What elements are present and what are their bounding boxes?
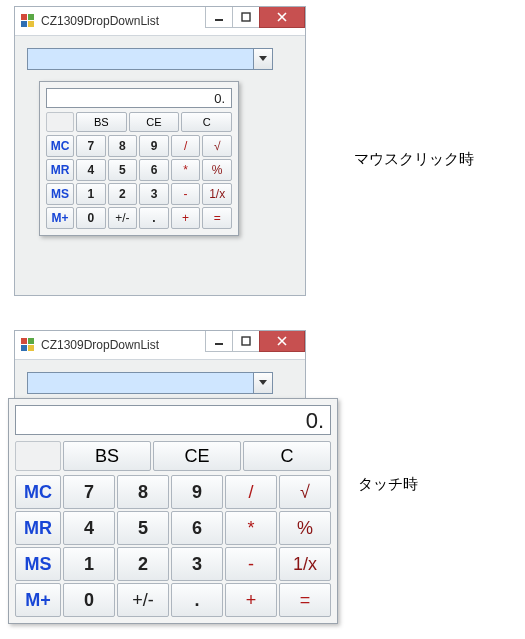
calc-clear-entry-button[interactable]: CE <box>129 112 180 132</box>
calc-sign-button[interactable]: +/- <box>108 207 138 229</box>
calc-equals-button[interactable]: = <box>202 207 232 229</box>
calc-digit-0-button[interactable]: 0 <box>63 583 115 617</box>
svg-rect-5 <box>242 13 250 21</box>
calc-digit-6-button[interactable]: 6 <box>171 511 223 545</box>
svg-rect-7 <box>28 338 34 344</box>
calc-topbar: BSCEC <box>15 441 331 471</box>
calc-digit-2-button[interactable]: 2 <box>108 183 138 205</box>
window-buttons <box>206 331 305 351</box>
calc-digit-4-button[interactable]: 4 <box>76 159 106 181</box>
app-icon <box>21 338 35 352</box>
calc-divide-button[interactable]: / <box>171 135 201 157</box>
calc-topbar: BSCEC <box>46 112 232 132</box>
minimize-button[interactable] <box>205 331 233 352</box>
calc-digit-7-button[interactable]: 7 <box>76 135 106 157</box>
calc-digit-9-button[interactable]: 9 <box>139 135 169 157</box>
calc-digit-6-button[interactable]: 6 <box>139 159 169 181</box>
calc-clear-button[interactable]: C <box>243 441 331 471</box>
maximize-button[interactable] <box>232 331 260 352</box>
calculator-popup-small: 0. BSCEC MC789/√MR456*%MS123-1/xM+0+/-.+… <box>39 81 239 236</box>
calc-keypad: MC789/√MR456*%MS123-1/xM+0+/-.+= <box>46 135 232 229</box>
calc-equals-button[interactable]: = <box>279 583 331 617</box>
calc-mem-store-button[interactable]: MS <box>46 183 74 205</box>
calc-digit-8-button[interactable]: 8 <box>117 475 169 509</box>
window-title: CZ1309DropDownList <box>41 338 206 352</box>
calc-reciprocal-button[interactable]: 1/x <box>279 547 331 581</box>
calc-display: 0. <box>46 88 232 108</box>
calc-mem-add-button[interactable]: M+ <box>46 207 74 229</box>
calc-plus-button[interactable]: + <box>171 207 201 229</box>
calc-digit-1-button[interactable]: 1 <box>76 183 106 205</box>
svg-rect-1 <box>28 14 34 20</box>
svg-rect-11 <box>242 337 250 345</box>
calc-digit-5-button[interactable]: 5 <box>108 159 138 181</box>
calc-percent-button[interactable]: % <box>202 159 232 181</box>
calc-blank-button <box>15 441 61 471</box>
calc-keypad: MC789/√MR456*%MS123-1/xM+0+/-.+= <box>15 475 331 617</box>
maximize-button[interactable] <box>232 7 260 28</box>
calc-reciprocal-button[interactable]: 1/x <box>202 183 232 205</box>
calc-divide-button[interactable]: / <box>225 475 277 509</box>
calc-dot-button[interactable]: . <box>171 583 223 617</box>
titlebar: CZ1309DropDownList <box>15 7 305 36</box>
calc-display: 0. <box>15 405 331 435</box>
close-button[interactable] <box>259 331 305 352</box>
dropdown-toggle-button[interactable] <box>253 373 272 393</box>
calc-digit-3-button[interactable]: 3 <box>139 183 169 205</box>
chevron-down-icon <box>259 56 267 62</box>
calc-sign-button[interactable]: +/- <box>117 583 169 617</box>
chevron-down-icon <box>259 380 267 386</box>
calc-digit-2-button[interactable]: 2 <box>117 547 169 581</box>
calc-digit-9-button[interactable]: 9 <box>171 475 223 509</box>
app-window-large: CZ1309DropDownList <box>14 330 306 400</box>
calc-digit-3-button[interactable]: 3 <box>171 547 223 581</box>
app-window-small: CZ1309DropDownList <box>14 6 306 296</box>
svg-rect-10 <box>215 343 223 345</box>
app-icon <box>21 14 35 28</box>
close-button[interactable] <box>259 7 305 28</box>
svg-rect-0 <box>21 14 27 20</box>
dropdown-input[interactable] <box>28 373 253 393</box>
calc-digit-1-button[interactable]: 1 <box>63 547 115 581</box>
minimize-button[interactable] <box>205 7 233 28</box>
calc-mem-recall-button[interactable]: MR <box>46 159 74 181</box>
svg-rect-6 <box>21 338 27 344</box>
calc-clear-button[interactable]: C <box>181 112 232 132</box>
calc-mem-recall-button[interactable]: MR <box>15 511 61 545</box>
dropdown-combo[interactable] <box>27 372 273 394</box>
dropdown-combo[interactable] <box>27 48 273 70</box>
titlebar: CZ1309DropDownList <box>15 331 305 360</box>
calculator-popup-large: 0. BSCEC MC789/√MR456*%MS123-1/xM+0+/-.+… <box>8 398 338 624</box>
svg-rect-2 <box>21 21 27 27</box>
svg-rect-4 <box>215 19 223 21</box>
calc-mem-clear-button[interactable]: MC <box>46 135 74 157</box>
calc-percent-button[interactable]: % <box>279 511 331 545</box>
calc-blank-button <box>46 112 74 132</box>
svg-rect-9 <box>28 345 34 351</box>
caption-mouse: マウスクリック時 <box>354 150 474 169</box>
calc-digit-8-button[interactable]: 8 <box>108 135 138 157</box>
dropdown-input[interactable] <box>28 49 253 69</box>
calc-mem-clear-button[interactable]: MC <box>15 475 61 509</box>
calc-digit-7-button[interactable]: 7 <box>63 475 115 509</box>
calc-backspace-button[interactable]: BS <box>63 441 151 471</box>
dropdown-toggle-button[interactable] <box>253 49 272 69</box>
calc-digit-4-button[interactable]: 4 <box>63 511 115 545</box>
calc-multiply-button[interactable]: * <box>171 159 201 181</box>
calc-sqrt-button[interactable]: √ <box>279 475 331 509</box>
svg-rect-8 <box>21 345 27 351</box>
calc-backspace-button[interactable]: BS <box>76 112 127 132</box>
calc-plus-button[interactable]: + <box>225 583 277 617</box>
calc-sqrt-button[interactable]: √ <box>202 135 232 157</box>
calc-mem-add-button[interactable]: M+ <box>15 583 61 617</box>
calc-clear-entry-button[interactable]: CE <box>153 441 241 471</box>
svg-rect-3 <box>28 21 34 27</box>
calc-digit-5-button[interactable]: 5 <box>117 511 169 545</box>
calc-multiply-button[interactable]: * <box>225 511 277 545</box>
calc-minus-button[interactable]: - <box>225 547 277 581</box>
calc-digit-0-button[interactable]: 0 <box>76 207 106 229</box>
calc-dot-button[interactable]: . <box>139 207 169 229</box>
caption-touch: タッチ時 <box>358 475 418 494</box>
calc-mem-store-button[interactable]: MS <box>15 547 61 581</box>
calc-minus-button[interactable]: - <box>171 183 201 205</box>
